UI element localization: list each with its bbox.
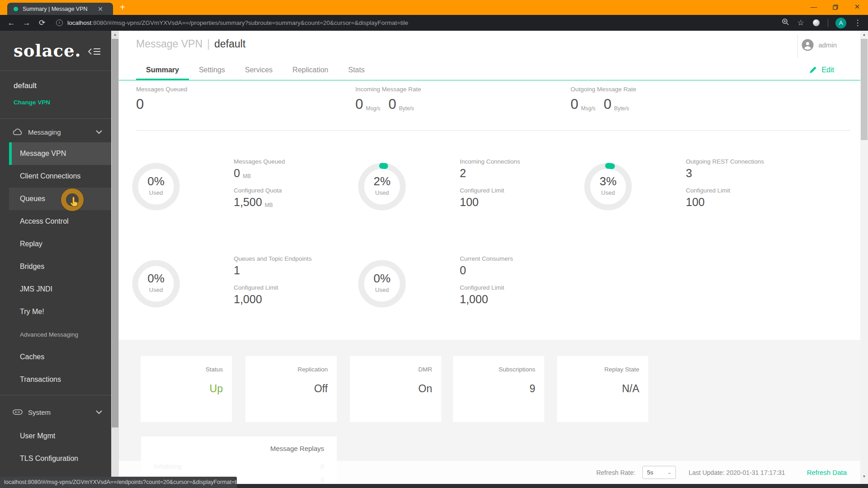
window-minimize-button[interactable]: — [804,0,824,14]
bookmark-star-icon[interactable]: ☆ [793,18,808,28]
tab-bar: Summary Settings Services Replication St… [119,61,860,80]
sidebar-item-user-mgmt[interactable]: User Mgmt [9,425,111,447]
sidebar-item-jms-jndi[interactable]: JMS JNDI [9,278,111,300]
window-restore-button[interactable] [826,0,845,14]
favicon-icon [14,7,18,11]
page-title-value: default [214,38,245,50]
solace-logo: solace. [14,41,81,61]
cursor-hand-icon [69,196,80,208]
card-subscriptions[interactable]: Subscriptions 9 [453,356,544,422]
sidebar-section-system[interactable]: System [0,402,111,422]
browser-titlebar: Summary | Message VPN ✕ + — ✕ [0,0,868,15]
change-vpn-link[interactable]: Change VPN [14,99,50,106]
page-title: Message VPN|default [136,38,245,50]
browser-toolbar: ← → ⟳ i localhost:8080/#/msg-vpns/ZGVmYX… [0,15,868,31]
sidebar-item-bridges[interactable]: Bridges [9,255,111,278]
sidebar-item-tls-configuration[interactable]: TLS Configuration [9,447,111,470]
tab-title: Summary | Message VPN [23,6,94,12]
browser-menu-icon[interactable]: ⋮ [850,18,865,28]
back-icon[interactable]: ← [4,19,19,28]
sidebar-scrollbar[interactable]: ▲ [111,31,119,488]
edit-button[interactable]: Edit [809,66,834,74]
cloud-icon [13,128,23,136]
sidebar-item-client-connections[interactable]: Client Connections [9,165,111,188]
sidebar-item-access-control[interactable]: Access Control [9,210,111,233]
main-content: Message VPN|default admin Summary Settin… [119,31,860,488]
stat-incoming-rate: Incoming Message Rate 0Msg/s0Byte/s [355,86,422,113]
page-title-prefix: Message VPN [136,38,203,50]
sidebar-item-transactions[interactable]: Transactions [9,368,111,391]
tab-stats[interactable]: Stats [338,61,374,80]
address-bar[interactable]: localhost:8080/#/msg-vpns/ZGVmYXVsdA==/p… [67,19,778,26]
last-update-text: Last Update: 2020-01-31 17:17:31 [689,469,785,476]
sidebar-item-caches[interactable]: Caches [9,346,111,368]
forward-icon[interactable]: → [19,19,34,28]
chevron-down-icon: ⌄ [667,469,671,475]
sidebar-item-message-vpn[interactable]: Message VPN [9,142,111,165]
tab-close-icon[interactable]: ✕ [98,5,103,13]
pencil-icon [809,66,817,74]
page-info-icon[interactable]: i [56,19,63,26]
card-replication[interactable]: Replication Off [245,356,337,422]
section-label: Messaging [28,128,61,136]
current-vpn-name: default [14,81,37,90]
scroll-up-icon[interactable]: ▲ [860,31,868,38]
card-replay-state[interactable]: Replay State N/A [557,356,648,422]
card-dmr[interactable]: DMR On [350,356,441,422]
user-name: admin [818,41,837,49]
user-menu[interactable]: admin [802,39,837,51]
chevron-down-icon [96,410,102,414]
browser-tab[interactable]: Summary | Message VPN ✕ [7,3,113,15]
card-status[interactable]: Status Up [141,356,232,422]
new-tab-button[interactable]: + [117,1,128,13]
user-divider [797,34,798,58]
sidebar-divider [0,395,111,395]
tab-services[interactable]: Services [235,61,283,80]
page-scrollbar[interactable]: ▲ ▼ [860,31,868,488]
sidebar: solace. default Change VPN Messaging Mes… [0,31,111,488]
zoom-page-icon[interactable] [778,18,793,28]
system-icon [13,409,23,415]
extension-icon[interactable] [813,19,820,26]
scroll-down-icon[interactable]: ▼ [860,473,868,480]
refresh-rate-label: Refresh Rate: [596,469,635,476]
screen: Summary | Message VPN ✕ + — ✕ ← → ⟳ i lo… [0,0,868,488]
refresh-data-button[interactable]: Refresh Data [807,469,847,476]
tab-summary[interactable]: Summary [136,61,189,80]
scroll-up-icon[interactable]: ▲ [111,31,119,38]
stat-outgoing-rate: Outgoing Message Rate 0Msg/s0Byte/s [571,86,637,113]
section-label: System [28,408,51,416]
browser-profile-avatar[interactable]: A [835,18,846,28]
tab-replication[interactable]: Replication [283,61,338,80]
refresh-rate-select[interactable]: 5s ⌄ [642,466,676,479]
status-bar-link: localhost:8080/#/msg-vpns/ZGVmYXVsdA==/e… [0,477,237,488]
sidebar-scrollbar-thumb[interactable] [112,39,118,427]
toolbar-separator [828,19,828,27]
sidebar-item-queues[interactable]: Queues [9,188,111,210]
sidebar-item-try-me[interactable]: Try Me! [9,300,111,323]
user-avatar-icon [802,39,814,51]
sidebar-section-messaging[interactable]: Messaging [0,122,111,142]
sidebar-divider [0,70,111,71]
sidebar-label-advanced-messaging: Advanced Messaging [9,323,111,346]
status-value: Up [150,383,223,395]
chevron-down-icon [96,130,102,134]
sidebar-collapse-icon[interactable] [88,47,101,58]
stats-divider [136,130,850,131]
window-close-button[interactable]: ✕ [847,0,867,14]
stat-messages-queued: Messages Queued 0 [136,86,187,113]
tab-settings[interactable]: Settings [189,61,235,80]
page-scrollbar-thumb[interactable] [861,39,868,140]
sidebar-divider [0,118,111,119]
reload-icon[interactable]: ⟳ [34,18,50,28]
sidebar-item-replay[interactable]: Replay [9,233,111,255]
